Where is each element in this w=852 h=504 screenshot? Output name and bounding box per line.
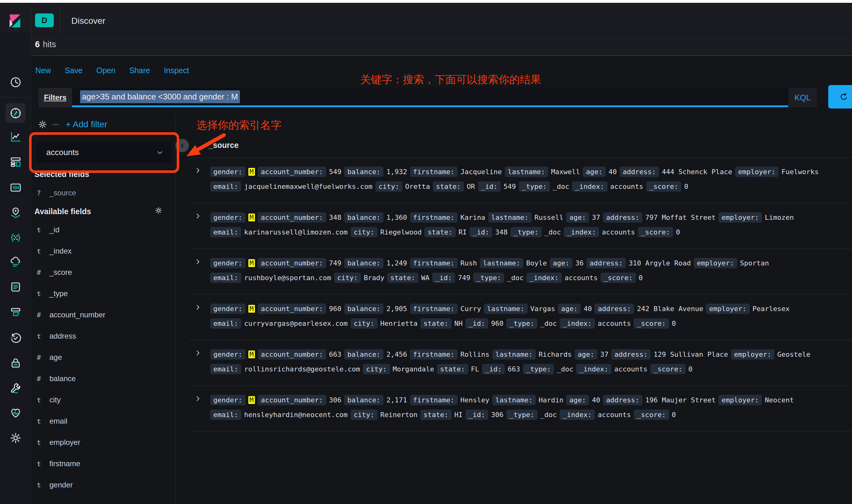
doc-field-_id: _id:960 <box>465 318 503 329</box>
chevron-left-icon <box>179 142 186 149</box>
number-type-icon: # <box>34 269 43 276</box>
doc-field-line: email:karinarussell@limozen.comcity:Rieg… <box>210 226 683 238</box>
expand-row-chevron-icon[interactable] <box>194 258 202 266</box>
field-key: gender: <box>210 167 246 177</box>
field-item-email[interactable]: temail <box>34 411 172 432</box>
source-column-header[interactable]: _source <box>209 141 238 150</box>
doc-field-_type: _type:_doc <box>523 364 573 374</box>
toolbar-link-share[interactable]: Share <box>129 66 150 75</box>
nav-item-apm[interactable] <box>0 304 31 321</box>
field-item-account_number[interactable]: #account_number <box>34 304 172 325</box>
kql-language-button[interactable]: KQL <box>788 88 817 107</box>
maps-icon <box>9 206 22 219</box>
field-item-age[interactable]: #age <box>34 347 172 368</box>
available-fields-gear-icon[interactable] <box>155 206 163 215</box>
field-item-gender[interactable]: tgender <box>34 474 172 496</box>
doc-field-account_number: account_number:749 <box>258 258 341 268</box>
header-divider <box>31 6 31 36</box>
field-item-_index[interactable]: t_index <box>34 240 172 262</box>
nav-item-canvas[interactable] <box>0 179 31 196</box>
toolbar-link-save[interactable]: Save <box>65 66 83 75</box>
field-item-_id[interactable]: t_id <box>34 219 172 240</box>
canvas-icon <box>9 181 22 194</box>
field-item-_type[interactable]: t_type <box>34 283 172 304</box>
field-key: _index: <box>527 273 562 283</box>
field-value: 196 Maujer Street <box>645 396 716 404</box>
field-key: _index: <box>576 364 611 374</box>
expand-row-chevron-icon[interactable] <box>194 303 202 311</box>
doc-field-gender: gender:M <box>210 212 255 222</box>
refresh-button[interactable]: Refresh <box>828 85 852 108</box>
expand-row-chevron-icon[interactable] <box>194 395 202 403</box>
doc-field-line: gender:Maccount_number:348balance:1,360f… <box>210 211 797 223</box>
field-value: 1,360 <box>386 214 407 221</box>
field-label: address <box>49 332 76 341</box>
query-input[interactable]: age>35 and balance <3000 and gender : M <box>72 88 788 107</box>
nav-item-dev-tools[interactable] <box>0 379 31 397</box>
field-key: city: <box>351 318 377 329</box>
field-key: _id: <box>469 227 492 237</box>
field-key: _score: <box>601 273 636 283</box>
doc-field-_index: _index:accounts <box>560 410 631 420</box>
doc-field-lastname: lastname:Russell <box>488 212 564 222</box>
field-value: _doc <box>540 411 557 419</box>
toolbar-link-new[interactable]: New <box>35 66 51 75</box>
nav-item-recently-viewed[interactable] <box>0 73 31 91</box>
annotation-highlight-rect <box>29 132 179 173</box>
field-value: 306 <box>329 396 341 404</box>
doc-field-_score: _score:0 <box>646 181 688 192</box>
doc-field-firstname: firstname:Karina <box>410 212 485 222</box>
doc-field-city: city:Reinerton <box>351 410 418 420</box>
field-value: karinarussell@limozen.com <box>244 228 348 236</box>
field-item-city[interactable]: tcity <box>34 389 172 411</box>
expand-row-chevron-icon[interactable] <box>194 349 202 357</box>
expand-row-chevron-icon[interactable] <box>194 212 202 220</box>
filters-button[interactable]: Filters <box>38 88 72 107</box>
kibana-logo-icon[interactable] <box>9 14 22 28</box>
doc-field-_score: _score:0 <box>634 410 676 420</box>
field-key: _id: <box>478 181 501 192</box>
field-value: 40 <box>584 305 592 313</box>
field-item-balance[interactable]: #balance <box>34 368 172 389</box>
nav-item-visualize[interactable] <box>0 128 31 146</box>
nav-item-management[interactable] <box>0 429 31 447</box>
nav-item-machine-learning[interactable] <box>0 229 31 246</box>
fields-sidebar: accounts Selected fields ?_source Availa… <box>31 116 176 504</box>
field-item-_source[interactable]: ?_source <box>34 182 172 203</box>
doc-field-address: address:444 Schenck Place <box>620 167 732 177</box>
doc-field-city: city:Riegelwood <box>351 227 422 237</box>
expand-row-chevron-icon[interactable] <box>194 166 202 175</box>
doc-field-email: email:curryvargas@pearlesex.com <box>210 318 348 329</box>
field-item-employer[interactable]: temployer <box>34 432 172 453</box>
field-value: curryvargas@pearlesex.com <box>244 320 348 327</box>
nav-item-logs[interactable] <box>0 278 31 296</box>
field-item-firstname[interactable]: tfirstname <box>34 453 172 474</box>
nav-item-uptime[interactable] <box>0 329 31 347</box>
field-value: OR <box>467 183 475 191</box>
field-key: age: <box>583 167 605 177</box>
field-value: _doc <box>557 365 573 373</box>
field-key: employer: <box>694 258 737 268</box>
field-value: Geostele <box>777 350 811 358</box>
field-value: Neocent <box>765 396 794 404</box>
field-key: city: <box>375 181 402 192</box>
field-key: state: <box>433 181 464 192</box>
field-key: lastname: <box>480 258 523 268</box>
metrics-icon <box>9 255 22 269</box>
field-item-address[interactable]: taddress <box>34 325 172 347</box>
toolbar-link-open[interactable]: Open <box>96 66 116 75</box>
field-value: Rollins <box>460 350 490 358</box>
breadcrumb-badge[interactable]: D <box>35 14 54 27</box>
nav-item-dashboard[interactable] <box>0 153 31 171</box>
number-type-icon: # <box>34 311 43 319</box>
field-key: address: <box>620 167 659 177</box>
nav-item-siem[interactable] <box>0 354 31 372</box>
nav-item-maps[interactable] <box>0 204 31 221</box>
nav-item-discover[interactable] <box>0 104 31 122</box>
field-item-_score[interactable]: #_score <box>34 262 172 283</box>
nav-item-metrics[interactable] <box>0 253 31 271</box>
nav-item-monitoring[interactable] <box>0 404 31 422</box>
field-value-highlighted: M <box>248 259 255 267</box>
doc-field-lastname: lastname:Richards <box>492 349 572 360</box>
toolbar-link-inspect[interactable]: Inspect <box>164 66 189 75</box>
